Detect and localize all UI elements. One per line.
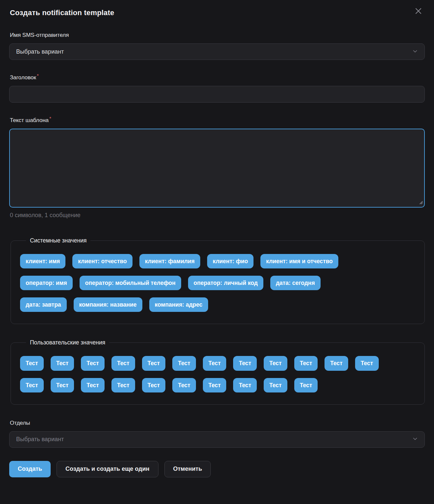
value-chip[interactable]: Тест [111,356,135,370]
header-label: Заголовок* [10,74,425,81]
value-chip[interactable]: дата: завтра [20,297,67,312]
create-button[interactable]: Создать [9,461,51,477]
template-text-wrap [9,129,425,208]
sms-sender-select[interactable]: Выбрать вариант [9,43,425,60]
create-and-another-button[interactable]: Создать и создать еще один [57,461,158,477]
modal-actions: Создать Создать и создать еще один Отмен… [9,461,425,477]
template-text-label: Текст шаблона* [10,117,425,124]
chevron-down-icon [412,48,418,55]
value-chip[interactable]: Тест [142,356,166,370]
chip-row: оператор: имяоператор: мобильный телефон… [20,276,415,290]
required-asterisk: * [37,73,39,78]
value-chip[interactable]: Тест [111,378,135,392]
value-chip[interactable]: Тест [81,356,105,370]
resize-grip-icon[interactable] [419,200,423,206]
value-chip[interactable]: Тест [172,356,196,370]
value-chip[interactable]: компания: название [74,297,142,312]
value-chip[interactable]: клиент: фио [207,254,253,268]
close-button[interactable] [412,5,425,17]
create-notification-template-modal: Создать notification template Имя SMS-от… [0,0,434,487]
departments-block: Отделы Выбрать вариант [9,420,425,448]
chip-row: ТестТестТестТестТестТестТестТестТестТест [20,378,415,392]
system-values-chips: клиент: имяклиент: отчествоклиент: фамил… [20,254,415,312]
departments-select[interactable]: Выбрать вариант [9,431,425,448]
user-values-chips: ТестТестТестТестТестТестТестТестТестТест… [20,356,415,392]
value-chip[interactable]: оператор: личный код [188,276,263,290]
value-chip[interactable]: Тест [233,356,257,370]
header-label-text: Заголовок [10,74,36,81]
value-chip[interactable]: Тест [294,378,318,392]
chip-row: ТестТестТестТестТестТестТестТестТестТест… [20,356,415,370]
value-chip[interactable]: Тест [172,378,196,392]
departments-select-placeholder: Выбрать вариант [16,436,64,443]
chip-row: дата: завтракомпания: названиекомпания: … [20,297,415,312]
value-chip[interactable]: клиент: имя [20,254,65,268]
value-chip[interactable]: клиент: фамилия [139,254,200,268]
value-chip[interactable]: Тест [142,378,166,392]
value-chip[interactable]: Тест [325,356,348,370]
system-values-legend: Системные значения [26,237,90,244]
header-input[interactable] [9,86,425,103]
value-chip[interactable]: оператор: мобильный телефон [80,276,181,290]
value-chip[interactable]: Тест [81,378,105,392]
value-chip[interactable]: клиент: отчество [72,254,132,268]
value-chip[interactable]: Тест [51,378,74,392]
value-chip[interactable]: Тест [20,356,44,370]
close-icon [414,12,423,16]
template-text-input[interactable] [9,129,425,208]
value-chip[interactable]: Тест [294,356,318,370]
sms-sender-label: Имя SMS-отправителя [10,32,425,38]
modal-title: Создать notification template [10,9,114,17]
value-chip[interactable]: Тест [203,378,227,392]
value-chip[interactable]: Тест [203,356,227,370]
value-chip[interactable]: Тест [264,356,287,370]
value-chip[interactable]: дата: сегодня [270,276,321,290]
departments-label: Отделы [10,420,425,426]
cancel-button[interactable]: Отменить [164,461,211,477]
sms-sender-select-value: Выбрать вариант [16,48,64,55]
char-counter: 0 символов, 1 сообщение [10,212,425,219]
value-chip[interactable]: Тест [355,356,379,370]
value-chip[interactable]: компания: адрес [149,297,208,312]
value-chip[interactable]: Тест [20,378,44,392]
value-chip[interactable]: Тест [233,378,257,392]
template-text-label-text: Текст шаблона [10,117,49,123]
value-chip[interactable]: Тест [264,378,287,392]
value-chip[interactable]: клиент: имя и отчество [260,254,338,268]
required-asterisk: * [49,115,51,121]
chip-row: клиент: имяклиент: отчествоклиент: фамил… [20,254,415,268]
user-values-legend: Пользовательские значения [26,339,109,346]
user-values-fieldset: Пользовательские значения ТестТестТестТе… [11,339,425,404]
value-chip[interactable]: оператор: имя [20,276,73,290]
system-values-fieldset: Системные значения клиент: имяклиент: от… [11,237,425,324]
chevron-down-icon [412,436,418,443]
value-chip[interactable]: Тест [51,356,74,370]
modal-header: Создать notification template [9,4,425,17]
